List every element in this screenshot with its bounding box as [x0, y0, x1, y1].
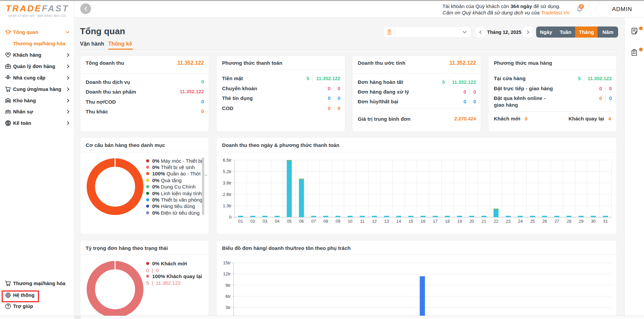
- svg-text:6tr: 6tr: [225, 294, 231, 299]
- svg-text:19: 19: [457, 219, 462, 224]
- svg-text:01: 01: [238, 219, 243, 224]
- svg-text:07: 07: [311, 219, 316, 224]
- svg-text:1.3tr: 1.3tr: [223, 203, 232, 208]
- svg-text:02: 02: [251, 219, 255, 224]
- svg-text:04: 04: [275, 219, 280, 224]
- svg-text:18: 18: [445, 219, 450, 224]
- svg-text:22: 22: [494, 219, 499, 224]
- svg-text:2.6tr: 2.6tr: [223, 192, 232, 197]
- svg-text:09: 09: [336, 219, 340, 224]
- svg-text:0: 0: [229, 215, 231, 220]
- svg-text:6.5tr: 6.5tr: [223, 158, 232, 163]
- svg-text:26: 26: [542, 219, 547, 224]
- svg-text:16: 16: [421, 219, 425, 224]
- svg-text:27: 27: [555, 219, 559, 224]
- svg-text:05: 05: [287, 219, 292, 224]
- svg-text:17: 17: [433, 219, 438, 224]
- svg-text:03: 03: [263, 219, 267, 224]
- svg-text:10: 10: [348, 219, 352, 224]
- svg-text:28: 28: [567, 219, 571, 224]
- svg-text:29: 29: [579, 219, 584, 224]
- svg-text:30: 30: [591, 219, 596, 224]
- svg-text:3.9tr: 3.9tr: [223, 180, 232, 185]
- svg-text:08: 08: [324, 219, 328, 224]
- svg-text:12: 12: [372, 219, 377, 224]
- svg-text:15tr: 15tr: [223, 260, 231, 265]
- svg-text:12tr: 12tr: [223, 271, 231, 276]
- svg-text:06: 06: [299, 219, 304, 224]
- svg-text:13: 13: [384, 219, 389, 224]
- svg-text:25: 25: [530, 219, 535, 224]
- svg-text:15: 15: [409, 219, 413, 224]
- svg-text:20: 20: [469, 219, 474, 224]
- svg-text:11: 11: [360, 219, 364, 224]
- svg-text:5.2tr: 5.2tr: [223, 169, 232, 174]
- svg-text:9tr: 9tr: [225, 283, 231, 288]
- svg-text:14: 14: [396, 219, 401, 224]
- svg-text:24: 24: [518, 219, 523, 224]
- svg-text:21: 21: [481, 219, 486, 224]
- svg-text:3tr: 3tr: [225, 305, 231, 310]
- svg-text:31: 31: [603, 219, 608, 224]
- svg-text:23: 23: [506, 219, 511, 224]
